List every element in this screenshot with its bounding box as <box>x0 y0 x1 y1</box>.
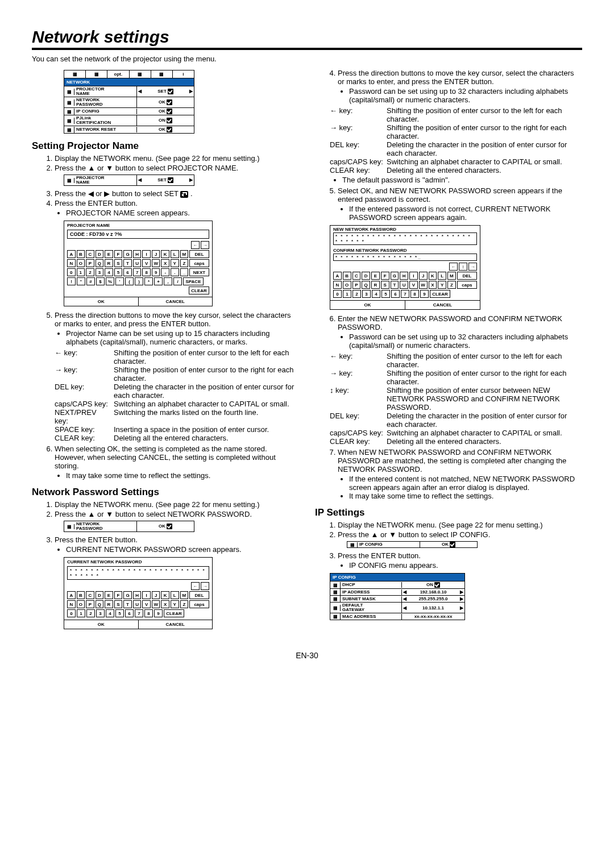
row-label: PASSWORD <box>76 526 103 531</box>
osk-row: 0123456789-._NEXT <box>67 268 209 276</box>
row-val: ◀10.132.1.1▶ <box>402 605 464 611</box>
osk-key-left: ← <box>191 241 200 249</box>
osk-key: X <box>161 600 169 608</box>
osk-key: 6 <box>125 609 134 617</box>
osk-projector-name: PROJECTOR NAME CODE : FD730 v z ?% ← → A… <box>64 221 213 306</box>
menu-row-pjlink: ▦ PJLinkCERTIFICATION ON <box>64 115 194 126</box>
key-desc-row: DEL key:Deleting the character in the po… <box>330 412 582 429</box>
step: Press the ENTER button. CURRENT NETWORK … <box>55 535 299 554</box>
substep: If the entered content is not matched, N… <box>349 475 582 492</box>
key-name: → key: <box>55 366 111 383</box>
osk-key: ' <box>115 277 124 285</box>
enter-icon <box>167 524 172 529</box>
osk-key: T <box>123 259 132 267</box>
osk-key: 5 <box>381 290 390 298</box>
key-name: caps/CAPS key: <box>55 400 111 408</box>
osk-key: D <box>362 272 370 280</box>
osk-key: Z <box>180 259 189 267</box>
intro-text: You can set the network of the projector… <box>32 55 582 63</box>
key-desc: Switching an alphabet character to CAPIT… <box>114 400 299 408</box>
osk-key: A <box>67 250 76 258</box>
key-desc: Switching the marks listed on the fourth… <box>114 408 299 425</box>
osk-side-key: CLEAR <box>189 286 209 294</box>
enter-icon <box>167 109 172 114</box>
osk-key: H <box>400 272 408 280</box>
osk-key: U <box>133 600 142 608</box>
osk-key: 2 <box>352 290 361 298</box>
enter-icon <box>167 118 172 123</box>
osk-key: S <box>114 600 123 608</box>
osk-key-updown: ↕ <box>459 263 467 271</box>
key-desc-row: CLEAR key:Deleting all the entered chara… <box>330 166 582 175</box>
osk-ok: OK <box>64 297 139 306</box>
osk-key: 5 <box>115 609 124 617</box>
row-label: SUBNET MASK <box>341 596 402 602</box>
step: Display the NETWORK menu. (See page 22 f… <box>55 154 299 163</box>
osk-key: 3 <box>96 609 105 617</box>
key-desc: Deleting the character in the position o… <box>387 140 582 157</box>
key-desc-row: caps/CAPS key:Switching an alphabet char… <box>55 400 299 408</box>
row-val: OK <box>159 127 165 132</box>
key-desc-row: DEL key:Deleting the character in the po… <box>55 383 299 400</box>
osk-key: L <box>438 272 446 280</box>
osk-key: K <box>161 250 169 258</box>
osk-key: F <box>114 591 123 599</box>
osk-side-key: CLEAR <box>164 609 184 617</box>
key-desc-row: ← key:Shifting the position of enter cur… <box>330 106 582 123</box>
osk-key: H <box>133 591 142 599</box>
osk-key: T <box>391 281 399 289</box>
menu-row-projector-name: ▦ PROJECTORNAME ◀SET▶ <box>64 86 194 97</box>
menu-tab: ▦ <box>130 70 151 78</box>
osk-key: 3 <box>96 268 104 276</box>
osk-key-right: → <box>468 263 477 271</box>
step: Press the ◀ or ▶ button to select SET . <box>55 189 299 198</box>
osk-side-key: caps <box>189 259 209 267</box>
osk-title: PROJECTOR NAME <box>64 221 212 230</box>
osk-key: R <box>105 259 113 267</box>
osk-side-key: caps <box>457 281 477 289</box>
osk-key: " <box>77 277 85 285</box>
osk-input: * * * * * * * * * * * * * * * * * * * * … <box>67 566 209 580</box>
row-val: OK <box>159 99 165 105</box>
osk-key: 1 <box>343 290 351 298</box>
osk-key: G <box>391 272 399 280</box>
osk-key: M <box>180 591 189 599</box>
key-desc-row: ← key:Shifting the position of enter cur… <box>55 348 299 366</box>
osk-key: M <box>447 272 456 280</box>
enter-icon <box>167 99 172 105</box>
osk-key: % <box>106 277 114 285</box>
menu-row-ip-config: ▦ IP CONFIG OK <box>64 107 194 115</box>
osk-key: * <box>144 277 153 285</box>
row-label: PASSWORD <box>76 102 103 107</box>
osk-key: U <box>133 259 142 267</box>
osk-key: X <box>161 259 169 267</box>
step: Display the NETWORK menu. (See page 22 f… <box>55 500 299 509</box>
osk-row: NOPQRSTUVWXYZcaps <box>67 600 209 608</box>
osk-key: A <box>67 591 76 599</box>
osk-row: NOPQRSTUVWXYZcaps <box>333 281 477 289</box>
step: Press the ▲ or ▼ button to select IP CON… <box>338 530 582 539</box>
row-label: MAC ADDRESS <box>341 614 402 620</box>
osk-key: V <box>409 281 418 289</box>
osk-key: ( <box>125 277 134 285</box>
osk-key: C <box>352 272 361 280</box>
osk-key: I <box>142 591 151 599</box>
mini-menu-projector-name: ▦ PROJECTORNAME ◀SET▶ <box>64 175 194 186</box>
osk-side-key: DEL <box>189 250 209 258</box>
enter-icon <box>450 542 455 547</box>
osk-key: T <box>123 600 132 608</box>
key-desc: Deleting all the entered characters. <box>114 434 299 442</box>
step: When selecting OK, the setting is comple… <box>55 445 299 480</box>
key-desc: Inserting a space in the position of ent… <box>114 425 299 434</box>
osk-key: 9 <box>152 268 160 276</box>
network-menu-header: NETWORK <box>64 78 194 86</box>
key-name: caps/CAPS key: <box>330 157 384 166</box>
osk-key: Q <box>96 259 104 267</box>
osk-side-key: NEXT <box>189 268 209 276</box>
osk-key: E <box>105 250 113 258</box>
osk-key: E <box>105 591 113 599</box>
key-desc-row: CLEAR key:Deleting all the entered chara… <box>55 434 299 442</box>
ip-config-box: IP CONFIG ▦DHCPON▦IP ADDRESS◀192.168.0.1… <box>330 573 465 620</box>
osk-key: $ <box>96 277 105 285</box>
osk-key: P <box>86 600 94 608</box>
